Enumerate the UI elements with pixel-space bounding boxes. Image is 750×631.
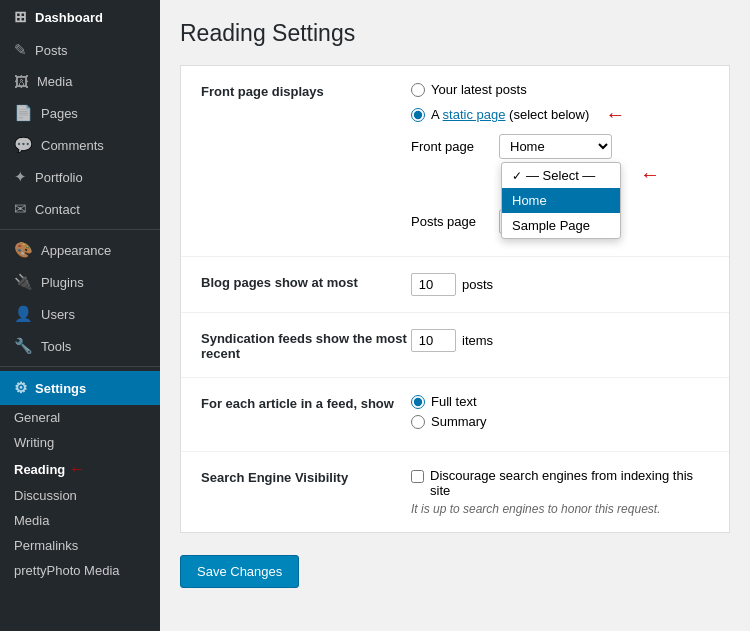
- page-selectors: Front page — Select — Home Sample Page ✓…: [411, 134, 709, 234]
- sidebar-item-pages[interactable]: 📄 Pages: [0, 97, 160, 129]
- sidebar-subitem-prettyphoto[interactable]: prettyPhoto Media: [0, 558, 160, 583]
- reading-arrow: ←: [69, 460, 85, 478]
- users-icon: 👤: [14, 305, 33, 323]
- sidebar-item-label: Contact: [35, 202, 80, 217]
- sidebar-subitem-media[interactable]: Media: [0, 508, 160, 533]
- sidebar-item-contact[interactable]: ✉ Contact: [0, 193, 160, 225]
- front-page-select[interactable]: — Select — Home Sample Page: [499, 134, 612, 159]
- sidebar-subitem-writing[interactable]: Writing: [0, 430, 160, 455]
- portfolio-icon: ✦: [14, 168, 27, 186]
- radio-static-label: A static page (select below): [431, 107, 589, 122]
- sidebar-item-portfolio[interactable]: ✦ Portfolio: [0, 161, 160, 193]
- dropdown-sample-option[interactable]: Sample Page: [502, 213, 620, 238]
- main-content: Reading Settings Front page displays You…: [160, 0, 750, 631]
- static-page-arrow: ←: [605, 103, 625, 126]
- sidebar-item-comments[interactable]: 💬 Comments: [0, 129, 160, 161]
- radio-summary-label: Summary: [431, 414, 487, 429]
- sidebar-item-posts[interactable]: ✎ Posts: [0, 34, 160, 66]
- sidebar-item-dashboard[interactable]: ⊞ Dashboard: [0, 0, 160, 34]
- search-engine-control: Discourage search engines from indexing …: [411, 468, 709, 516]
- sidebar-item-tools[interactable]: 🔧 Tools: [0, 330, 160, 362]
- sidebar-item-label: Plugins: [41, 275, 84, 290]
- save-button[interactable]: Save Changes: [180, 555, 299, 588]
- radio-full-text-label: Full text: [431, 394, 477, 409]
- radio-latest-posts-input[interactable]: [411, 83, 425, 97]
- sidebar-item-label: Posts: [35, 43, 68, 58]
- media-icon: 🖼: [14, 73, 29, 90]
- search-engine-checkbox[interactable]: [411, 470, 424, 483]
- front-page-control: Your latest posts A static page (select …: [411, 82, 709, 240]
- search-engine-label: Search Engine Visibility: [201, 468, 411, 485]
- pages-icon: 📄: [14, 104, 33, 122]
- sidebar-item-users[interactable]: 👤 Users: [0, 298, 160, 330]
- radio-full-text-input[interactable]: [411, 395, 425, 409]
- sidebar-item-label: Media: [37, 74, 72, 89]
- sidebar-item-label: Portfolio: [35, 170, 83, 185]
- radio-static-page-input[interactable]: [411, 108, 425, 122]
- dropdown-arrow: ←: [640, 163, 660, 186]
- sidebar-item-label: Pages: [41, 106, 78, 121]
- posts-page-drop-label: Posts page: [411, 214, 491, 229]
- radio-latest-label: Your latest posts: [431, 82, 527, 97]
- search-engine-checkbox-row: Discourage search engines from indexing …: [411, 468, 709, 498]
- sidebar-subitem-permalinks[interactable]: Permalinks: [0, 533, 160, 558]
- article-feed-row: For each article in a feed, show Full te…: [181, 378, 729, 452]
- front-page-label: Front page displays: [201, 82, 411, 99]
- dropdown-select-option[interactable]: ✓ — Select —: [502, 163, 620, 188]
- radio-static-page: A static page (select below) ←: [411, 103, 709, 126]
- blog-pages-suffix: posts: [462, 277, 493, 292]
- front-page-drop-label: Front page: [411, 139, 491, 154]
- sidebar-subitem-reading[interactable]: Reading ←: [0, 455, 160, 483]
- separator: [0, 366, 160, 367]
- radio-summary-input[interactable]: [411, 415, 425, 429]
- sidebar-item-label: Tools: [41, 339, 71, 354]
- search-engine-checkbox-label: Discourage search engines from indexing …: [430, 468, 709, 498]
- dashboard-icon: ⊞: [14, 8, 27, 26]
- sidebar-item-label: Comments: [41, 138, 104, 153]
- tools-icon: 🔧: [14, 337, 33, 355]
- front-page-dropdown: ✓ — Select — Home Sample Page ←: [501, 162, 621, 239]
- sidebar-item-plugins[interactable]: 🔌 Plugins: [0, 266, 160, 298]
- syndication-control: items: [411, 329, 709, 352]
- sidebar-item-label: Appearance: [41, 243, 111, 258]
- dropdown-home-option[interactable]: Home: [502, 188, 620, 213]
- settings-footer: Save Changes: [180, 533, 730, 588]
- plugins-icon: 🔌: [14, 273, 33, 291]
- front-page-row: Front page displays Your latest posts A …: [181, 66, 729, 257]
- sidebar-item-label: Dashboard: [35, 10, 103, 25]
- sidebar-item-appearance[interactable]: 🎨 Appearance: [0, 234, 160, 266]
- appearance-icon: 🎨: [14, 241, 33, 259]
- search-engine-note: It is up to search engines to honor this…: [411, 502, 709, 516]
- article-feed-label: For each article in a feed, show: [201, 394, 411, 411]
- comments-icon: 💬: [14, 136, 33, 154]
- blog-pages-input[interactable]: [411, 273, 456, 296]
- sidebar-subitem-discussion[interactable]: Discussion: [0, 483, 160, 508]
- radio-summary: Summary: [411, 414, 709, 429]
- article-feed-control: Full text Summary: [411, 394, 709, 435]
- sidebar-item-settings[interactable]: ⚙ Settings: [0, 371, 160, 405]
- syndication-row: Syndication feeds show the most recent i…: [181, 313, 729, 378]
- sidebar: ⊞ Dashboard ✎ Posts 🖼 Media 📄 Pages 💬 Co…: [0, 0, 160, 631]
- sidebar-item-media[interactable]: 🖼 Media: [0, 66, 160, 97]
- search-engine-row: Search Engine Visibility Discourage sear…: [181, 452, 729, 532]
- settings-icon: ⚙: [14, 379, 27, 397]
- separator: [0, 229, 160, 230]
- posts-icon: ✎: [14, 41, 27, 59]
- static-page-link[interactable]: static page: [443, 107, 506, 122]
- syndication-label: Syndication feeds show the most recent: [201, 329, 411, 361]
- front-page-selector-row: Front page — Select — Home Sample Page ✓…: [411, 134, 709, 159]
- checkmark-icon: ✓: [512, 169, 522, 183]
- syndication-suffix: items: [462, 333, 493, 348]
- page-title: Reading Settings: [180, 20, 730, 47]
- sidebar-subitem-general[interactable]: General: [0, 405, 160, 430]
- syndication-input[interactable]: [411, 329, 456, 352]
- contact-icon: ✉: [14, 200, 27, 218]
- radio-full-text: Full text: [411, 394, 709, 409]
- blog-pages-label: Blog pages show at most: [201, 273, 411, 290]
- sidebar-item-label: Settings: [35, 381, 86, 396]
- blog-pages-control: posts: [411, 273, 709, 296]
- settings-form: Front page displays Your latest posts A …: [180, 65, 730, 533]
- sidebar-item-label: Users: [41, 307, 75, 322]
- radio-latest-posts: Your latest posts: [411, 82, 709, 97]
- blog-pages-row: Blog pages show at most posts: [181, 257, 729, 313]
